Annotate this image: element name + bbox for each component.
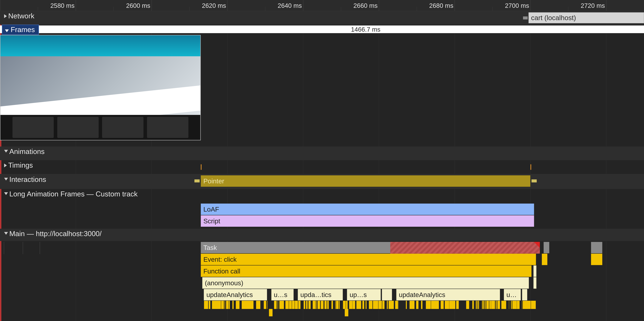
flame-micro-frame[interactable] bbox=[412, 301, 414, 309]
flame-micro-frame[interactable] bbox=[345, 309, 348, 316]
flame-frame[interactable]: upda…tics bbox=[298, 289, 343, 301]
flame-micro-frame[interactable] bbox=[532, 301, 532, 309]
interaction-bar[interactable]: Pointer bbox=[201, 175, 530, 187]
flame-micro-frame[interactable] bbox=[522, 301, 522, 309]
flame-micro-frame[interactable] bbox=[308, 301, 311, 309]
flame-micro-frame[interactable] bbox=[206, 301, 208, 309]
flame-micro-frame[interactable] bbox=[494, 301, 495, 309]
flame-micro-frame[interactable] bbox=[359, 301, 360, 309]
flame-frame[interactable] bbox=[591, 254, 602, 265]
flame-micro-frame[interactable] bbox=[304, 301, 305, 309]
flame-micro-frame[interactable] bbox=[378, 301, 381, 309]
flame-micro-frame[interactable] bbox=[438, 301, 439, 309]
flame-micro-frame[interactable] bbox=[229, 301, 230, 309]
flame-micro-frame[interactable] bbox=[236, 301, 237, 309]
flame-micro-frame[interactable] bbox=[475, 301, 476, 309]
flame-micro-frame[interactable] bbox=[533, 301, 536, 309]
flame-micro-frame[interactable] bbox=[204, 301, 206, 309]
flame-micro-frame[interactable] bbox=[286, 301, 286, 309]
flame-micro-frame[interactable] bbox=[248, 301, 250, 309]
flame-frame[interactable]: (anonymous) bbox=[202, 277, 529, 289]
flame-micro-frame[interactable] bbox=[344, 301, 346, 309]
flame-frame[interactable] bbox=[534, 265, 536, 277]
flame-micro-frame[interactable] bbox=[410, 301, 412, 309]
flame-micro-frame[interactable] bbox=[501, 301, 503, 309]
flame-micro-frame[interactable] bbox=[526, 301, 527, 309]
flame-micro-frame[interactable] bbox=[237, 301, 238, 309]
flame-micro-frame[interactable] bbox=[369, 301, 370, 309]
flame-micro-frame[interactable] bbox=[298, 301, 300, 309]
flame-frame[interactable]: up…s bbox=[347, 289, 381, 301]
flame-micro-frame[interactable] bbox=[226, 301, 228, 309]
timings-header[interactable]: Timings bbox=[0, 160, 644, 174]
flame-micro-frame[interactable] bbox=[246, 301, 246, 309]
flame-micro-frame[interactable] bbox=[434, 301, 436, 309]
flame-micro-frame[interactable] bbox=[352, 301, 355, 309]
loaf-header[interactable]: Long Animation Frames — Custom track bbox=[0, 189, 644, 201]
flame-micro-frame[interactable] bbox=[511, 301, 512, 309]
flame-micro-frame[interactable] bbox=[349, 301, 350, 309]
frames-header[interactable]: Frames bbox=[2, 25, 39, 35]
flame-micro-frame[interactable] bbox=[320, 301, 320, 309]
flame-micro-frame[interactable] bbox=[456, 301, 459, 309]
flame-micro-frame[interactable] bbox=[447, 301, 449, 309]
network-request-bar[interactable]: cart (localhost) bbox=[528, 12, 644, 23]
flame-micro-frame[interactable] bbox=[472, 301, 474, 309]
flame-micro-frame[interactable] bbox=[412, 301, 412, 309]
flame-micro-frame[interactable] bbox=[503, 301, 506, 309]
flame-micro-frame[interactable] bbox=[332, 301, 332, 309]
flame-micro-frame[interactable] bbox=[313, 301, 315, 309]
flame-micro-frame[interactable] bbox=[366, 301, 366, 309]
flame-frame[interactable] bbox=[542, 254, 548, 265]
flame-micro-frame[interactable] bbox=[498, 301, 500, 309]
flame-micro-frame[interactable] bbox=[335, 301, 336, 309]
flame-micro-frame[interactable] bbox=[280, 301, 282, 309]
flame-micro-frame[interactable] bbox=[478, 301, 479, 309]
animations-header[interactable]: Animations bbox=[0, 147, 644, 160]
flame-micro-frame[interactable] bbox=[495, 301, 496, 309]
flame-micro-frame[interactable] bbox=[452, 301, 454, 309]
flame-micro-frame[interactable] bbox=[476, 301, 478, 309]
flame-micro-frame[interactable] bbox=[316, 301, 316, 309]
main-task-fragment[interactable] bbox=[544, 242, 549, 253]
flame-frame[interactable] bbox=[382, 289, 392, 301]
flame-micro-frame[interactable] bbox=[242, 301, 244, 309]
flame-micro-frame[interactable] bbox=[244, 301, 246, 309]
flame-micro-frame[interactable] bbox=[376, 301, 377, 309]
flame-frame[interactable] bbox=[522, 289, 528, 301]
flame-micro-frame[interactable] bbox=[514, 301, 517, 309]
flame-micro-frame[interactable] bbox=[489, 301, 491, 309]
flame-micro-frame[interactable] bbox=[441, 301, 442, 309]
flame-frame[interactable]: Function call bbox=[201, 265, 532, 277]
flame-micro-frame[interactable] bbox=[482, 301, 484, 309]
flame-micro-frame[interactable] bbox=[468, 301, 469, 309]
flame-frame[interactable] bbox=[534, 277, 536, 289]
flame-micro-frame[interactable] bbox=[432, 301, 433, 309]
flame-frame[interactable]: Event: click bbox=[201, 254, 536, 265]
flame-micro-frame[interactable] bbox=[321, 301, 324, 309]
flame-micro-frame[interactable] bbox=[324, 301, 326, 309]
flame-micro-frame[interactable] bbox=[278, 301, 278, 309]
flame-micro-frame[interactable] bbox=[488, 301, 489, 309]
flame-micro-frame[interactable] bbox=[509, 301, 509, 309]
flame-micro-frame[interactable] bbox=[406, 301, 407, 309]
timing-marker[interactable] bbox=[530, 164, 531, 170]
flame-micro-frame[interactable] bbox=[327, 301, 329, 309]
flame-micro-frame[interactable] bbox=[378, 301, 378, 309]
flame-micro-frame[interactable] bbox=[485, 301, 486, 309]
flame-micro-frame[interactable] bbox=[416, 301, 418, 309]
flame-micro-frame[interactable] bbox=[264, 301, 266, 309]
flame-micro-frame[interactable] bbox=[252, 301, 254, 309]
flame-micro-frame[interactable] bbox=[256, 301, 259, 309]
flame-micro-frame[interactable] bbox=[219, 301, 221, 309]
flame-micro-frame[interactable] bbox=[421, 301, 422, 309]
flame-micro-frame[interactable] bbox=[396, 301, 398, 309]
flame-micro-frame[interactable] bbox=[442, 301, 444, 309]
flame-micro-frame[interactable] bbox=[350, 301, 352, 309]
flame-micro-frame[interactable] bbox=[267, 301, 267, 309]
flame-micro-frame[interactable] bbox=[517, 301, 520, 309]
flame-micro-frame[interactable] bbox=[289, 301, 290, 309]
loaf-script-bar[interactable]: Script bbox=[201, 215, 534, 227]
flame-micro-frame[interactable] bbox=[346, 301, 348, 309]
flame-micro-frame[interactable] bbox=[428, 301, 431, 309]
